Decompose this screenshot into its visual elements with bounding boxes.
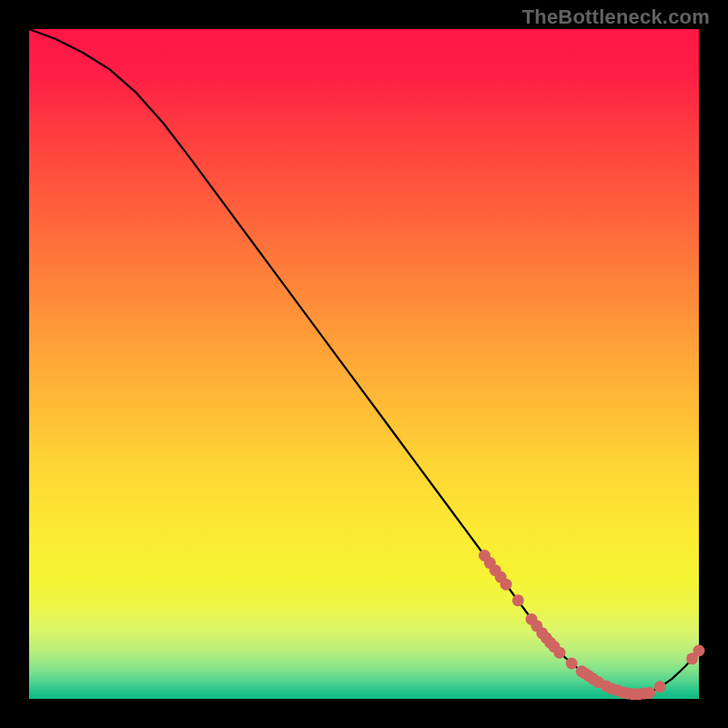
plot-area (29, 29, 699, 699)
watermark-label: TheBottleneck.com (522, 5, 710, 29)
chart-svg (0, 0, 728, 728)
data-marker (500, 579, 512, 591)
data-marker (643, 687, 655, 699)
chart-container: TheBottleneck.com (0, 0, 728, 728)
data-marker (693, 645, 705, 657)
data-marker (566, 657, 578, 669)
data-marker (512, 594, 524, 606)
data-marker (654, 681, 666, 693)
data-marker (553, 647, 565, 659)
